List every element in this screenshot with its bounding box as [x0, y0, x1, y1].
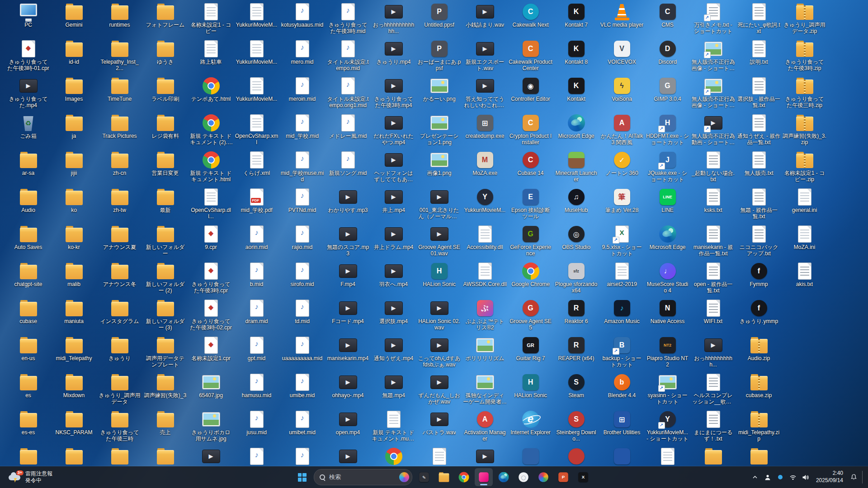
desktop-icon[interactable]: GRGuitar Rig 7	[508, 335, 553, 372]
desktop-icon[interactable]: CCMS	[645, 2, 690, 39]
desktop-icon[interactable]: きゅうり	[97, 335, 142, 372]
desktop-icon[interactable]: Accessibility.dll	[462, 224, 508, 261]
desktop-icon[interactable]: 新規 テキスト ドキュメント (2).html	[188, 113, 234, 150]
desktop-icon[interactable]: プレゼンテーション1.png	[416, 113, 462, 150]
taskbar-app-powerpoint[interactable]: P	[554, 468, 572, 486]
desktop-icon[interactable]: 死にたい_φ歌詞.txt	[736, 2, 782, 39]
desktop-icon[interactable]: 調声練習(失敗)_3	[142, 372, 188, 409]
desktop-icon[interactable]: 名称未設定1 - コピー.zip	[782, 150, 827, 187]
desktop-icon[interactable]: mid_学校.mid	[279, 113, 325, 150]
desktop-icon[interactable]: gpt.mid	[234, 335, 279, 372]
desktop-icon[interactable]: Internet Explorer	[508, 409, 553, 446]
desktop-icon[interactable]: 売上	[142, 409, 188, 446]
desktop-icon[interactable]: 無題のスコア.mp3	[325, 224, 371, 261]
desktop-icon[interactable]: こってohんdすあfdsbぶぁ.wav	[416, 335, 462, 372]
desktop-icon[interactable]: ja	[51, 113, 97, 150]
desktop-icon[interactable]: ↗無人販売不正行為画像 - ショートカッ...	[690, 39, 736, 76]
desktop-icon[interactable]: タイトル未設定.tempo.orig1.mid	[325, 76, 371, 113]
desktop-icon[interactable]: 65407.jpg	[188, 372, 234, 409]
desktop-icon[interactable]: 新規 テキスト ドキュメント.html	[188, 150, 234, 187]
desktop-icon[interactable]: Images	[51, 76, 97, 113]
desktop-icon[interactable]: Microsoft Edge	[645, 224, 690, 261]
desktop-icon[interactable]: manisekarin - 親作品一覧.txt	[690, 224, 736, 261]
desktop-icon[interactable]: WIFI.txt	[690, 298, 736, 335]
desktop-icon[interactable]: YukkuriMovieM...	[234, 39, 279, 76]
weather-widget[interactable]: 3+ 雷雨注意報 発令中	[5, 466, 56, 488]
desktop-icon[interactable]: 通知うぜえ - 親作品一覧.txt	[736, 113, 782, 150]
desktop-icon[interactable]: だれだFXいれたやつ.mp4	[371, 113, 416, 150]
desktop-icon[interactable]: mid_学校muse.mid	[279, 150, 325, 187]
desktop-icon[interactable]: 新しいフォルダー	[142, 224, 188, 261]
desktop-icon[interactable]: H↗HDDFMT.exe - ショートカット	[645, 113, 690, 150]
desktop-icon[interactable]: KKontakt	[553, 76, 599, 113]
desktop-icon[interactable]: NT2Piapro Studio NT2	[645, 335, 690, 372]
desktop-icon[interactable]: AActivation Manager	[462, 409, 508, 446]
desktop-icon[interactable]: es-es	[5, 409, 51, 446]
desktop-icon[interactable]: fFymmp	[736, 261, 782, 298]
desktop-icon[interactable]: きゅうり_調声用データ	[97, 372, 142, 409]
desktop-icon[interactable]: rajio.mid	[279, 224, 325, 261]
desktop-icon[interactable]: CCrypton Product Installer	[508, 113, 553, 150]
desktop-icon[interactable]: midi_Telepathy	[51, 335, 97, 372]
volume-icon[interactable]	[802, 473, 810, 482]
desktop-icon[interactable]	[553, 446, 599, 466]
desktop-icon[interactable]: GGroove Agent SE 5	[508, 298, 553, 335]
desktop-icon[interactable]: ⊞Brother Utilities	[599, 409, 645, 446]
desktop-icon[interactable]: Groove Agent SE 01.wav	[416, 224, 462, 261]
desktop-icon[interactable]: OpenCvSharp.dll...	[188, 187, 234, 224]
desktop-icon[interactable]: DDiscord	[645, 39, 690, 76]
desktop-icon[interactable]: かるーい.png	[416, 76, 462, 113]
desktop-icon[interactable]: OpenCvSharp.xml	[234, 113, 279, 150]
desktop-icon[interactable]: ヘッドフォンはずしててもあかんってん.mp4	[371, 150, 416, 187]
desktop-icon[interactable]: Pおーばーまにあ.ppsf	[416, 39, 462, 76]
desktop-wallpaper[interactable]: { "weather": {"badge": "3+", "line1": "雷…	[0, 0, 868, 488]
desktop-icon[interactable]: PUntitled.ppsf	[416, 2, 462, 39]
desktop-icon[interactable]: PVTNd.mid	[279, 187, 325, 224]
desktop-icon[interactable]: Track Pictures	[97, 113, 142, 150]
desktop-icon[interactable]: YYukkuriMovieM...	[462, 187, 508, 224]
desktop-icon[interactable]: TimeTune	[97, 76, 142, 113]
status-dot-icon[interactable]	[776, 473, 784, 482]
desktop-icon[interactable]: ksks.txt	[690, 187, 736, 224]
desktop-icon[interactable]: きゅうり食ってた午後3時-01.cpr	[5, 39, 51, 76]
desktop-icon[interactable]: ◎OBS Studio	[553, 224, 599, 261]
desktop-icon[interactable]: Minecraft Launcher	[553, 150, 599, 187]
desktop-icon[interactable]: 答え知っててうれしいわこれ.wav	[462, 76, 508, 113]
desktop-icon[interactable]: GGeForce Experience	[508, 224, 553, 261]
desktop-icon[interactable]: 路上駐車	[188, 39, 234, 76]
desktop-icon[interactable]: 選択肢 - 親作品一覧.txt	[736, 76, 782, 113]
desktop-icon[interactable]: 最新	[142, 187, 188, 224]
desktop-icon[interactable]: くらげ.xml	[234, 150, 279, 187]
desktop-icon[interactable]: 井上ドラム.mp4	[371, 224, 416, 261]
desktop-icon[interactable]: HALion Sonic 02.wav	[416, 298, 462, 335]
desktop-icon[interactable]: ✓ノートン 360	[599, 150, 645, 187]
desktop-icon[interactable]: Aかんたん！AITalk 3 関西風	[599, 113, 645, 150]
notifications-bell-icon[interactable]	[849, 473, 858, 482]
taskbar-app-color-browser[interactable]	[534, 468, 552, 486]
desktop-icon[interactable]	[142, 446, 188, 466]
desktop-icon[interactable]: 調声用データテンプレート	[142, 335, 188, 372]
clock[interactable]: 2:40 2025/09/14	[814, 470, 845, 484]
desktop-icon[interactable]: 筆筆まめ Ver.28	[599, 187, 645, 224]
desktop-icon[interactable]: PC	[5, 2, 51, 39]
desktop-icon[interactable]: RReaktor 6	[553, 298, 599, 335]
desktop-icon[interactable]: ◉Controller Editor	[508, 76, 553, 113]
desktop-icon[interactable]: CCakewalk Next	[508, 2, 553, 39]
desktop-icon[interactable]	[5, 446, 51, 466]
desktop-icon[interactable]: AWSSDK.Core.dll	[462, 261, 508, 298]
desktop-icon[interactable]: Y↗YukkuriMovieM... - ショートカット	[645, 409, 690, 446]
desktop-icon[interactable]	[690, 446, 736, 466]
desktop-icon[interactable]: mero.mid	[279, 39, 325, 76]
desktop-icon[interactable]: ♪Amazon Music	[599, 298, 645, 335]
desktop-icon[interactable]: きゅうりボカロ用サムネ.jpg	[188, 409, 234, 446]
desktop-icon[interactable]: ar-sa	[5, 150, 51, 187]
desktop-icon[interactable]	[645, 446, 690, 466]
desktop-icon[interactable]: Mixdown	[51, 372, 97, 409]
desktop-icon[interactable]: NNative Access	[645, 298, 690, 335]
desktop-icon[interactable]: kotusytuaaus.mid	[279, 2, 325, 39]
desktop-icon[interactable]: 001_東北きりたん（ノーマル）_今しゃ...	[416, 187, 462, 224]
desktop-icon[interactable]: ϟVoiSona	[599, 76, 645, 113]
taskbar-app-pink-app[interactable]	[475, 468, 493, 486]
desktop-icon[interactable]: フォトフレーム	[142, 2, 188, 39]
desktop-icon[interactable]: ↗syasinn - ショートカット	[645, 372, 690, 409]
